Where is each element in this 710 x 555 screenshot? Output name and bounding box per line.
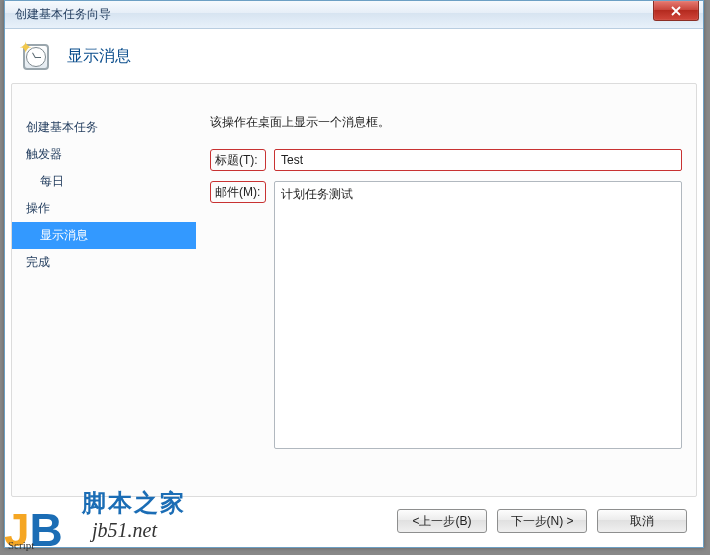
title-row: 标题(T): [210,149,682,171]
message-textarea[interactable]: 计划任务测试 [274,181,682,449]
message-row: 邮件(M): 计划任务测试 [210,181,682,449]
sidebar-item-display-message[interactable]: 显示消息 [12,222,196,249]
wizard-steps-sidebar: 创建基本任务 触发器 每日 操作 显示消息 完成 [12,84,196,496]
button-bar: <上一步(B) 下一步(N) > 取消 [11,503,697,539]
close-icon [671,6,681,16]
sidebar-item-daily[interactable]: 每日 [12,168,196,195]
close-button[interactable] [653,1,699,21]
wizard-header: ✦ 显示消息 [5,29,703,83]
title-label: 标题(T): [210,149,266,171]
titlebar: 创建基本任务向导 [5,1,703,29]
sidebar-item-trigger[interactable]: 触发器 [12,141,196,168]
wizard-window: 创建基本任务向导 ✦ 显示消息 创建基本任务 触发器 每日 操作 显示消息 完成… [4,0,704,548]
page-title: 显示消息 [67,46,131,67]
message-label: 邮件(M): [210,181,266,203]
action-description: 该操作在桌面上显示一个消息框。 [210,114,682,131]
sidebar-item-create-basic-task[interactable]: 创建基本任务 [12,114,196,141]
back-button[interactable]: <上一步(B) [397,509,487,533]
title-input[interactable] [274,149,682,171]
window-title: 创建基本任务向导 [15,6,111,23]
next-button[interactable]: 下一步(N) > [497,509,587,533]
cancel-button[interactable]: 取消 [597,509,687,533]
sidebar-item-action[interactable]: 操作 [12,195,196,222]
task-clock-icon: ✦ [21,40,53,72]
main-pane: 该操作在桌面上显示一个消息框。 标题(T): 邮件(M): 计划任务测试 [196,84,696,496]
content-area: 创建基本任务 触发器 每日 操作 显示消息 完成 该操作在桌面上显示一个消息框。… [11,83,697,497]
sidebar-item-finish[interactable]: 完成 [12,249,196,276]
